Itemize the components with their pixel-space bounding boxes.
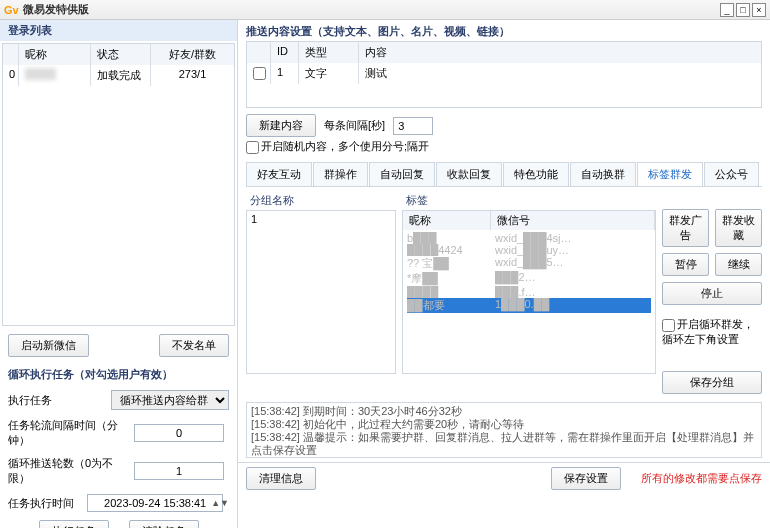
send-ad-button[interactable]: 群发广告 bbox=[662, 209, 709, 247]
group-name-list[interactable]: 1 bbox=[246, 210, 396, 374]
tab-label-send[interactable]: 标签群发 bbox=[637, 162, 703, 186]
titlebar: Gv 微易发特供版 _ □ × bbox=[0, 0, 770, 20]
cell-body: 测试 bbox=[359, 63, 761, 84]
content-table: ID 类型 内容 1 文字 测试 bbox=[246, 41, 762, 108]
tab-special[interactable]: 特色功能 bbox=[503, 162, 569, 186]
content-thead: ID 类型 内容 bbox=[247, 42, 761, 63]
left-panel: 登录列表 昵称 状态 好友/群数 0 ████ 加载完成 273/1 启动新微信… bbox=[0, 20, 238, 528]
rounds-input[interactable] bbox=[134, 462, 224, 480]
content-row[interactable]: 1 文字 测试 bbox=[247, 63, 761, 84]
group-name-header: 分组名称 bbox=[246, 191, 396, 210]
per-interval-input[interactable] bbox=[393, 117, 433, 135]
col-idx bbox=[3, 44, 19, 65]
content-controls: 新建内容 每条间隔[秒] bbox=[246, 108, 762, 139]
resume-button[interactable]: 继续 bbox=[715, 253, 762, 276]
clear-task-button[interactable]: 清除任务 bbox=[129, 520, 199, 528]
minimize-button[interactable]: _ bbox=[720, 3, 734, 17]
run-task-button[interactable]: 执行任务 bbox=[39, 520, 109, 528]
save-group-button[interactable]: 保存分组 bbox=[662, 371, 762, 394]
tag-row[interactable]: *摩█████2… bbox=[407, 271, 651, 286]
clear-msg-button[interactable]: 清理信息 bbox=[246, 467, 316, 490]
interval-input[interactable] bbox=[134, 424, 224, 442]
login-body[interactable]: 0 ████ 加载完成 273/1 bbox=[3, 65, 234, 325]
cell-status: 加载完成 bbox=[91, 65, 151, 86]
loop-send-check[interactable]: 开启循环群发，循环左下角设置 bbox=[662, 317, 762, 347]
col-body: 内容 bbox=[359, 42, 761, 63]
col-type: 类型 bbox=[299, 42, 359, 63]
tag-row[interactable]: ████4424wxid_███uy… bbox=[407, 244, 651, 256]
cell-friends: 273/1 bbox=[151, 65, 234, 86]
tag-row[interactable]: ?? 宝██wxid_███5… bbox=[407, 256, 651, 271]
mid-panel: 分组名称 1 标签 昵称 微信号 b███wxid_███4sj…████442… bbox=[238, 187, 770, 398]
tag-body[interactable]: b███wxid_███4sj…████4424wxid_███uy…?? 宝█… bbox=[403, 230, 655, 315]
task-btn-row: 执行任务 清除任务 bbox=[0, 516, 237, 528]
tag-row[interactable]: b███wxid_███4sj… bbox=[407, 232, 651, 244]
stop-button[interactable]: 停止 bbox=[662, 282, 762, 305]
col-chk bbox=[247, 42, 271, 63]
rounds-row: 循环推送轮数（0为不限） bbox=[0, 452, 237, 490]
save-settings-button[interactable]: 保存设置 bbox=[551, 467, 621, 490]
log-box[interactable]: [15:38:42] 到期时间：30天23小时46分32秒[15:38:42] … bbox=[246, 402, 762, 458]
login-list-header: 登录列表 bbox=[0, 20, 237, 41]
exec-task-row: 执行任务 循环推送内容给群 bbox=[0, 386, 237, 414]
col-friends: 好友/群数 bbox=[151, 44, 234, 65]
cell-nick: ████ bbox=[19, 65, 91, 86]
tag-header: 标签 bbox=[402, 191, 656, 210]
exec-task-select[interactable]: 循环推送内容给群 bbox=[111, 390, 229, 410]
cell-id: 1 bbox=[271, 63, 299, 84]
tag-box: 标签 昵称 微信号 b███wxid_███4sj…████4424wxid_█… bbox=[402, 191, 656, 394]
cell-type: 文字 bbox=[299, 63, 359, 84]
group-name-box: 分组名称 1 bbox=[246, 191, 396, 394]
start-wechat-button[interactable]: 启动新微信 bbox=[8, 334, 89, 357]
side-buttons: 群发广告 群发收藏 暂停 继续 停止 开启循环群发，循环左下角设置 保存分组 bbox=[662, 191, 762, 394]
not-send-list-button[interactable]: 不发名单 bbox=[159, 334, 229, 357]
tag-row[interactable]: ██都要1███0.██ bbox=[407, 298, 651, 313]
tabs: 好友互动 群操作 自动回复 收款回复 特色功能 自动换群 标签群发 公众号 bbox=[246, 162, 762, 187]
tab-group-op[interactable]: 群操作 bbox=[313, 162, 368, 186]
random-content-check[interactable]: 开启随机内容，多个使用分号;隔开 bbox=[246, 139, 762, 154]
login-row[interactable]: 0 ████ 加载完成 273/1 bbox=[3, 65, 234, 86]
tab-auto-switch[interactable]: 自动换群 bbox=[570, 162, 636, 186]
exec-task-label: 执行任务 bbox=[8, 393, 105, 408]
login-table: 昵称 状态 好友/群数 0 ████ 加载完成 273/1 bbox=[2, 43, 235, 326]
interval-row: 任务轮流间隔时间（分钟） bbox=[0, 414, 237, 452]
rounds-label: 循环推送轮数（0为不限） bbox=[8, 456, 128, 486]
cell-chk[interactable] bbox=[247, 63, 271, 84]
window-controls: _ □ × bbox=[720, 3, 766, 17]
send-fav-button[interactable]: 群发收藏 bbox=[715, 209, 762, 247]
col-status: 状态 bbox=[91, 44, 151, 65]
exec-time-row: 任务执行时间 ▲▼ bbox=[0, 490, 237, 516]
content-body[interactable]: 1 文字 测试 bbox=[247, 63, 761, 107]
col-nick: 昵称 bbox=[19, 44, 91, 65]
exec-time-input[interactable] bbox=[87, 494, 223, 512]
tab-official[interactable]: 公众号 bbox=[704, 162, 759, 186]
pause-button[interactable]: 暂停 bbox=[662, 253, 709, 276]
tag-thead: 昵称 微信号 bbox=[403, 211, 655, 230]
exec-time-label: 任务执行时间 bbox=[8, 496, 81, 511]
maximize-button[interactable]: □ bbox=[736, 3, 750, 17]
interval-label: 任务轮流间隔时间（分钟） bbox=[8, 418, 128, 448]
group-name-item[interactable]: 1 bbox=[247, 211, 395, 227]
content-header: 推送内容设置（支持文本、图片、名片、视频、链接） bbox=[246, 24, 762, 39]
tab-friend[interactable]: 好友互动 bbox=[246, 162, 312, 186]
tag-col-wxid: 微信号 bbox=[491, 211, 655, 230]
right-bottom-bar: 清理信息 保存设置 所有的修改都需要点保存 bbox=[238, 462, 770, 494]
app-title: 微易发特供版 bbox=[23, 2, 720, 17]
tag-col-nick: 昵称 bbox=[403, 211, 491, 230]
app-logo: Gv bbox=[4, 4, 19, 16]
tag-row[interactable]: ███████.f… bbox=[407, 286, 651, 298]
new-content-button[interactable]: 新建内容 bbox=[246, 114, 316, 137]
per-interval-label: 每条间隔[秒] bbox=[324, 118, 385, 133]
content-panel: 推送内容设置（支持文本、图片、名片、视频、链接） ID 类型 内容 1 文字 测… bbox=[238, 20, 770, 158]
tab-auto-reply[interactable]: 自动回复 bbox=[369, 162, 435, 186]
tag-list[interactable]: 昵称 微信号 b███wxid_███4sj…████4424wxid_███u… bbox=[402, 210, 656, 374]
close-button[interactable]: × bbox=[752, 3, 766, 17]
right-panel: 推送内容设置（支持文本、图片、名片、视频、链接） ID 类型 内容 1 文字 测… bbox=[238, 20, 770, 528]
col-id: ID bbox=[271, 42, 299, 63]
cycle-task-header: 循环执行任务（对勾选用户有效） bbox=[0, 363, 237, 386]
left-btn-row: 启动新微信 不发名单 bbox=[0, 328, 237, 363]
cell-idx: 0 bbox=[3, 65, 19, 86]
login-thead: 昵称 状态 好友/群数 bbox=[3, 44, 234, 65]
tab-pay-reply[interactable]: 收款回复 bbox=[436, 162, 502, 186]
save-warning: 所有的修改都需要点保存 bbox=[641, 471, 762, 486]
